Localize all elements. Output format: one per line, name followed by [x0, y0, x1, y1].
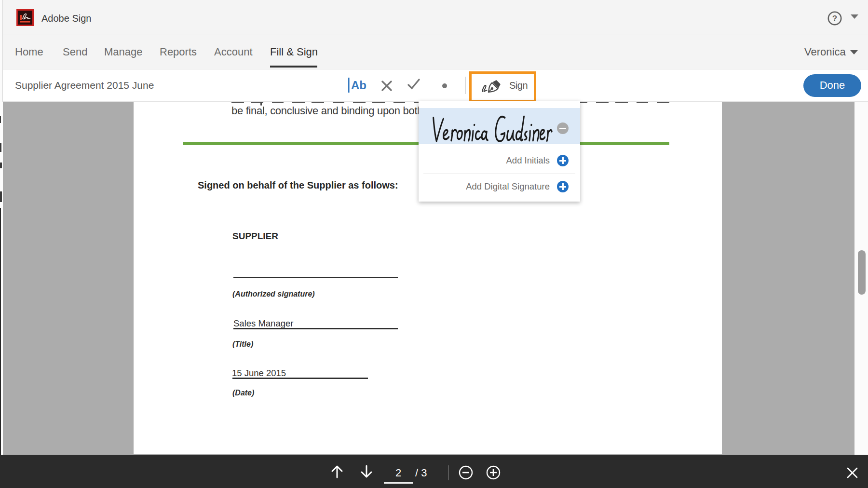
svg-text:?: ? — [832, 14, 837, 23]
svg-text:Ab: Ab — [351, 79, 366, 92]
